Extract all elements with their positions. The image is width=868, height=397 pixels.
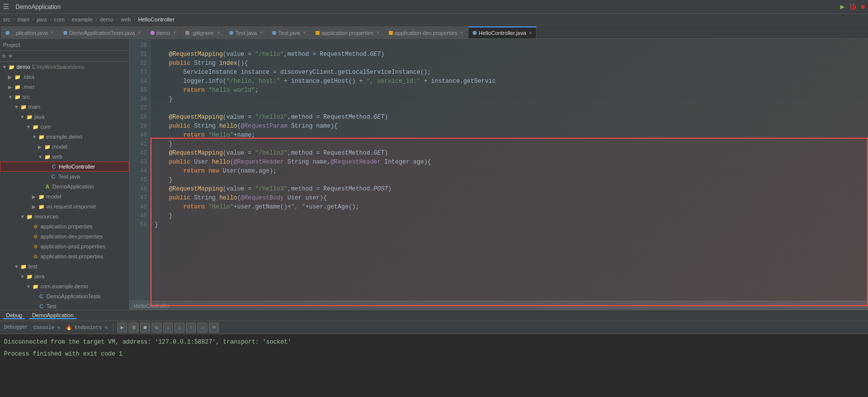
tab-test2[interactable]: Test.java ×: [268, 26, 310, 38]
tree-item-demo-root[interactable]: ▼ 📁 demo E:\myWorkSpace\demo: [0, 62, 129, 72]
tab-application-props[interactable]: application.properties ×: [311, 26, 384, 38]
tree-label-main: main: [28, 104, 40, 110]
tab-demo-module[interactable]: demo ×: [146, 26, 180, 38]
debug-btn-evaluate[interactable]: ⌨: [209, 323, 219, 333]
tree-item-example-demo[interactable]: ▼ 📁 example.demo: [0, 132, 129, 142]
folder-icon-comexampledemo: 📁: [32, 283, 39, 290]
tree-item-web[interactable]: ▼ 📁 web: [0, 152, 129, 162]
prop-icon-test: ⚙: [32, 253, 39, 260]
debug-btn-step-out[interactable]: ↑: [186, 323, 196, 333]
tree-item-demoapplication[interactable]: A DemoApplication: [0, 182, 129, 192]
debug-content: Disconnected from the target VM, address…: [0, 334, 868, 397]
debug-btn-run-cursor[interactable]: →: [197, 323, 207, 333]
tab-close-application[interactable]: ×: [51, 30, 54, 35]
tree-item-vo[interactable]: ▶ 📁 vo.request.response: [0, 201, 129, 211]
tree-item-app-props[interactable]: ⚙ application.properties: [0, 221, 129, 231]
sidebar-btn-filter[interactable]: ⊕: [8, 52, 12, 60]
tab-close-demoapplicationtests[interactable]: ×: [138, 30, 141, 35]
tree-item-testjava[interactable]: C Test.java: [0, 172, 129, 182]
debug-btn-pause[interactable]: ⏸: [129, 323, 139, 333]
arrow-icon-testdir: ▼: [14, 264, 20, 269]
debug-label[interactable]: Debug: [3, 312, 25, 319]
tab-close-test2[interactable]: ×: [303, 30, 306, 35]
tab-bar: ...plication.java × DemoApplicationTests…: [0, 25, 868, 39]
tree-label-resources: resources: [34, 213, 58, 219]
debug-text-disconnected: Disconnected from the target VM, address…: [4, 339, 291, 346]
toolbar-icon-stop[interactable]: ■: [861, 3, 865, 11]
arrow-icon-java: ▼: [20, 114, 26, 120]
tree-item-model1[interactable]: ▶ 📁 model: [0, 142, 129, 152]
tree-label-com: com: [40, 124, 51, 130]
tree-path-demo: E:\myWorkSpace\demo: [32, 64, 85, 70]
breadcrumb-item-controller[interactable]: HelloController: [138, 16, 174, 22]
tree-item-mvn[interactable]: ▶ 📁 .mvn: [0, 82, 129, 92]
breadcrumb-item-demo[interactable]: demo: [100, 16, 114, 22]
separator: [113, 324, 114, 332]
tree-item-model2[interactable]: ▶ 📁 model: [0, 192, 129, 201]
tree-item-app-prod-props[interactable]: ⚙ application-prod.properties: [0, 241, 129, 251]
code-content[interactable]: @RequestMapping(value = "/hello",method …: [151, 39, 868, 301]
tree-label-hellocontroller: HelloController: [59, 164, 95, 170]
tab-close-gitignore[interactable]: ×: [217, 30, 220, 35]
folder-icon-model2: 📁: [38, 193, 45, 200]
tree-item-idea[interactable]: ▶ 📁 .idea: [0, 72, 129, 82]
code-editor[interactable]: 3031323334 3536373839 4041424344 4546474…: [130, 39, 868, 310]
debug-btn-endpoints[interactable]: 🔥 Endpoints ✎: [64, 323, 110, 333]
debug-btn-restart[interactable]: ↻: [152, 323, 162, 333]
tree-item-app-test-props[interactable]: ⚙ application-test.properties: [0, 251, 129, 261]
tab-close-test1[interactable]: ×: [260, 30, 263, 35]
breadcrumb-item-web[interactable]: web: [121, 16, 131, 22]
code-area[interactable]: 3031323334 3536373839 4041424344 4546474…: [130, 39, 868, 301]
sidebar-btn-settings[interactable]: ⚙: [2, 52, 5, 60]
breadcrumb-item-example[interactable]: example: [72, 16, 93, 22]
debug-btn-step-into[interactable]: ↓: [174, 323, 184, 333]
toolbar-icon-run[interactable]: ▶: [840, 2, 844, 11]
folder-icon: 📁: [8, 63, 15, 70]
breadcrumb-item-main[interactable]: main: [17, 16, 29, 22]
tree-item-test-dir[interactable]: ▼ 📁 test: [0, 261, 129, 271]
tree-item-src[interactable]: ▼ 📁 src: [0, 92, 129, 102]
demoapplication-label[interactable]: DemoApplication: [29, 312, 76, 319]
debug-btn-resume[interactable]: ▶: [117, 323, 127, 333]
tab-test1[interactable]: Test.java ×: [225, 26, 267, 38]
debug-btn-stop[interactable]: ■: [140, 323, 150, 333]
tab-application[interactable]: ...plication.java ×: [1, 26, 58, 38]
tree-label-idea: .idea: [22, 74, 34, 80]
folder-icon-model1: 📁: [44, 143, 51, 150]
breadcrumb-item-com[interactable]: com: [54, 16, 65, 22]
tree-item-com-example-demo[interactable]: ▼ 📁 com.example.demo: [0, 281, 129, 291]
breadcrumb-item-java[interactable]: java: [37, 16, 47, 22]
tab-application-dev-props[interactable]: application-dev.properties ×: [384, 26, 468, 38]
folder-icon-idea: 📁: [14, 73, 21, 80]
sidebar-toolbar: ⚙ ⊕: [0, 51, 129, 62]
tab-demoapplicationtests[interactable]: DemoApplicationTests.java ×: [59, 26, 146, 38]
tree-item-java[interactable]: ▼ 📁 java: [0, 112, 129, 122]
arrow-icon-resources: ▼: [20, 214, 26, 219]
tree-item-java-test[interactable]: ▼ 📁 java: [0, 271, 129, 281]
debug-btn-debugger[interactable]: Debugger: [2, 323, 30, 333]
debug-btn-step-over[interactable]: ↓: [163, 323, 173, 333]
debug-btn-console[interactable]: Console ✎: [31, 323, 62, 333]
tab-gitignore[interactable]: .gitignore ×: [181, 26, 224, 38]
breadcrumb: src › main › java › com › example › demo…: [0, 14, 868, 25]
tree-item-test-class[interactable]: C Test: [0, 301, 129, 310]
breadcrumb-item-src[interactable]: src: [3, 16, 10, 22]
tree-label-model1: model: [52, 144, 67, 150]
tab-hellocontroller[interactable]: HelloController.java ×: [468, 26, 536, 38]
arrow-icon-comexampledemo: ▼: [26, 284, 32, 289]
tree-item-resources[interactable]: ▼ 📁 resources: [0, 211, 129, 221]
toolbar-icon-1: ☰: [3, 2, 9, 11]
toolbar-icon-debug[interactable]: 🐞: [849, 2, 857, 11]
debug-line-disconnected: Disconnected from the target VM, address…: [4, 337, 864, 347]
tree-item-main[interactable]: ▼ 📁 main: [0, 102, 129, 112]
tab-close-app-dev-props[interactable]: ×: [460, 30, 463, 35]
tab-close-demo[interactable]: ×: [173, 30, 176, 35]
tree-label-web: web: [52, 154, 62, 160]
tab-close-hellocontroller[interactable]: ×: [529, 30, 532, 36]
prop-icon-app: ⚙: [32, 223, 39, 230]
tree-item-hellocontroller[interactable]: C HelloController: [0, 162, 129, 172]
tab-close-app-props[interactable]: ×: [376, 30, 379, 35]
tree-item-app-dev-props[interactable]: ⚙ application-dev.properties: [0, 231, 129, 241]
tree-item-com[interactable]: ▼ 📁 com: [0, 122, 129, 132]
tree-item-demoapplicationtests[interactable]: C DemoApplicationTests: [0, 291, 129, 301]
